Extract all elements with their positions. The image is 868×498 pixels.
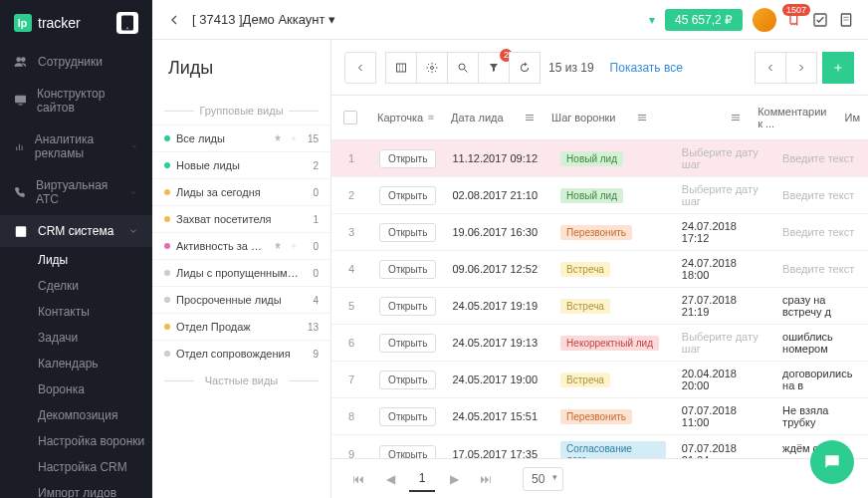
document-icon[interactable] [838, 12, 854, 28]
gear-icon [289, 133, 299, 143]
svg-rect-7 [16, 227, 25, 236]
open-button[interactable]: Открыть [379, 223, 436, 242]
prev-page-button[interactable] [755, 52, 786, 84]
logo-icon: lp [14, 14, 32, 32]
pager-first-icon[interactable]: ⏮ [345, 466, 371, 492]
group-views-header: Групповые виды [152, 97, 330, 124]
subnav-Настройка CRM[interactable]: Настройка CRM [38, 454, 152, 480]
open-button[interactable]: Открыть [379, 297, 436, 316]
table-row[interactable]: 1Открыть11.12.2017 09:12Новый лидВыберит… [331, 140, 868, 177]
open-button[interactable]: Открыть [379, 371, 436, 389]
pin-icon [273, 241, 283, 251]
nav-Виртуальная АТС[interactable]: Виртуальная АТС [0, 169, 152, 215]
page-size-select[interactable]: 50 [523, 467, 563, 491]
nav-CRM система[interactable]: CRM система [0, 215, 152, 247]
search-button[interactable] [447, 52, 479, 84]
columns-button[interactable] [385, 52, 417, 84]
leads-table: Карточка Дата лида Шаг воронки Комментар… [331, 96, 868, 458]
open-button[interactable]: Открыть [379, 149, 436, 168]
subnav-Контакты[interactable]: Контакты [38, 299, 152, 325]
pager-prev-icon[interactable]: ◀ [377, 466, 403, 492]
notifications-icon[interactable]: 1507 [786, 10, 802, 29]
avatar[interactable] [753, 8, 776, 32]
svg-point-24 [459, 64, 465, 70]
users-icon [14, 55, 28, 69]
table-row[interactable]: 2Открыть02.08.2017 21:10Новый лидВыберит… [331, 177, 868, 214]
svg-point-19 [293, 245, 296, 248]
view-item[interactable]: Новые лиды2 [152, 151, 330, 178]
private-views-header: Частные виды [152, 367, 330, 394]
sidebar: lp tracker СотрудникиКонструктор сайтовА… [0, 0, 152, 498]
open-button[interactable]: Открыть [379, 445, 436, 459]
phone-icon [14, 186, 26, 198]
settings-button[interactable] [416, 52, 448, 84]
col-stage[interactable]: Шаг воронки [543, 96, 656, 139]
table-row[interactable]: 9Открыть17.05.2017 17:35Согласование дог… [331, 435, 868, 458]
refresh-button[interactable] [509, 52, 541, 84]
pagination: ⏮ ◀ 1 ▶ ⏭ 50 [331, 458, 868, 498]
select-all-checkbox[interactable] [343, 111, 357, 124]
col-extra[interactable] [656, 96, 750, 139]
pager-page[interactable]: 1 [409, 466, 435, 492]
nav-Аналитика рекламы[interactable]: Аналитика рекламы [0, 124, 152, 169]
table-row[interactable]: 3Открыть19.06.2017 16:30Перезвонить24.07… [331, 214, 868, 251]
table-row[interactable]: 7Открыть24.05.2017 19:00Встреча20.04.201… [331, 362, 868, 398]
view-item[interactable]: Отдел сопровождения9 [152, 340, 330, 367]
subnav-Декомпозиция[interactable]: Декомпозиция [38, 402, 152, 428]
phone-app-icon[interactable] [116, 12, 138, 34]
view-item[interactable]: Активность за сегодня0 [152, 232, 330, 259]
table-row[interactable]: 6Открыть24.05.2017 19:13Некорректный лид… [331, 325, 868, 362]
check-icon[interactable] [812, 12, 828, 28]
show-all-link[interactable]: Показать все [610, 61, 683, 75]
chevron-down-icon [129, 188, 138, 197]
balance-badge[interactable]: 45 657,2 ₽ [665, 9, 743, 31]
open-button[interactable]: Открыть [379, 407, 436, 426]
gear-icon [289, 241, 299, 251]
col-card[interactable]: Карточка [369, 96, 443, 139]
calendar-icon [14, 224, 28, 238]
view-item[interactable]: Лиды за сегодня0 [152, 178, 330, 205]
col-comment[interactable]: Комментарии к ... [750, 96, 836, 139]
chat-fab[interactable] [810, 440, 854, 484]
nav-Сотрудники[interactable]: Сотрудники [0, 46, 152, 78]
view-item[interactable]: Отдел Продаж13 [152, 313, 330, 340]
subnav-Задачи[interactable]: Задачи [38, 325, 152, 351]
next-page-button[interactable] [785, 52, 817, 84]
svg-point-23 [431, 66, 434, 69]
open-button[interactable]: Открыть [379, 186, 436, 205]
table-row[interactable]: 4Открыть09.06.2017 12:52Встреча24.07.201… [331, 251, 868, 288]
svg-rect-2 [16, 97, 26, 104]
subnav-Сделки[interactable]: Сделки [38, 273, 152, 299]
pin-icon [273, 133, 283, 143]
chevron-down-icon [130, 142, 138, 150]
subnav-Импорт лидов[interactable]: Импорт лидов [38, 480, 152, 498]
back-icon[interactable] [166, 12, 182, 28]
table-row[interactable]: 5Открыть24.05.2017 19:19Встреча27.07.201… [331, 288, 868, 325]
filter-button[interactable]: 2 [478, 52, 510, 84]
subnav-Настройка воронки[interactable]: Настройка воронки [38, 428, 152, 454]
table-row[interactable]: 8Открыть24.05.2017 15:51Перезвонить07.07… [331, 398, 868, 435]
views-pane: Лиды Групповые виды Все лиды15Новые лиды… [152, 40, 331, 498]
add-button[interactable] [822, 52, 854, 84]
count-text: 15 из 19 [548, 61, 594, 75]
view-item[interactable]: Лиды с пропущенными ...0 [152, 259, 330, 286]
open-button[interactable]: Открыть [379, 260, 436, 279]
chevron-down-icon [128, 226, 138, 236]
col-name[interactable]: Им [837, 96, 868, 139]
pager-next-icon[interactable]: ▶ [441, 466, 467, 492]
nav-Конструктор сайтов[interactable]: Конструктор сайтов [0, 78, 152, 124]
view-item[interactable]: Захват посетителя1 [152, 205, 330, 232]
subnav-Лиды[interactable]: Лиды [38, 247, 152, 273]
toolbar-back-button[interactable] [344, 52, 376, 84]
view-item[interactable]: Все лиды15 [152, 124, 330, 151]
svg-point-18 [293, 137, 296, 140]
pager-last-icon[interactable]: ⏭ [473, 466, 499, 492]
subnav-Календарь[interactable]: Календарь [38, 351, 152, 376]
col-date[interactable]: Дата лида [443, 96, 543, 139]
open-button[interactable]: Открыть [379, 334, 436, 353]
view-item[interactable]: Просроченные лиды4 [152, 286, 330, 313]
subnav-Воронка[interactable]: Воронка [38, 376, 152, 402]
page-title: Лиды [152, 40, 330, 97]
toolbar: 2 15 из 19 Показать все [331, 40, 868, 96]
account-selector[interactable]: [ 37413 ]Демо Аккаунт ▾ [192, 12, 335, 27]
